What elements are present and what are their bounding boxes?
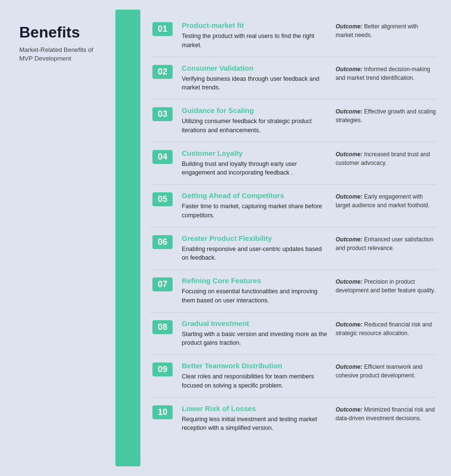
item-outcome: Outcome: Enhanced user satisfaction and … <box>336 234 437 252</box>
item-title: Product-market fit <box>182 21 329 29</box>
item-outcome: Outcome: Minimized financial risk and da… <box>336 404 437 423</box>
item-title: Customer Loyalty <box>182 149 329 157</box>
sidebar-title: Benefits <box>19 24 106 41</box>
item-number: 06 <box>150 234 175 249</box>
item-body: Greater Product FlexibilityEnabling resp… <box>175 234 336 263</box>
item-outcome: Outcome: Reduced financial risk and stra… <box>336 319 437 338</box>
item-body: Better Teamwork DistributionClear roles … <box>175 362 336 390</box>
item-title: Getting Ahead of Competitors <box>182 191 329 200</box>
benefits-list: 01Product-market fitTesting the product … <box>140 10 441 466</box>
item-number: 09 <box>150 362 175 376</box>
item-outcome: Outcome: Better alignment with market ne… <box>336 21 437 39</box>
item-number: 07 <box>150 276 175 291</box>
item-description: Starting with a basic version and invest… <box>182 330 329 348</box>
item-number: 01 <box>150 21 175 36</box>
item-body: Product-market fitTesting the product wi… <box>175 21 336 50</box>
list-item: 10Lower Risk of LossesRequiring less ini… <box>150 398 437 440</box>
item-outcome: Outcome: Effective growth and scaling st… <box>336 106 437 125</box>
item-title: Lower Risk of Losses <box>182 404 329 413</box>
green-divider <box>115 10 140 466</box>
item-description: Focusing on essential functionalities an… <box>182 287 329 305</box>
item-title: Greater Product Flexibility <box>182 234 329 242</box>
item-outcome: Outcome: Efficient teamwork and cohesive… <box>336 362 437 380</box>
list-item: 07Refining Core FeaturesFocusing on esse… <box>150 270 437 313</box>
list-item: 05Getting Ahead of CompetitorsFaster tim… <box>150 185 437 227</box>
item-description: Building trust and loyalty through early… <box>182 160 329 178</box>
item-description: Utilizing consumer feedback for strategi… <box>182 117 329 135</box>
item-body: Consumer ValidationVerifying business id… <box>175 64 336 93</box>
item-outcome: Outcome: Early engagement with target au… <box>336 191 437 210</box>
item-title: Guidance for Scaling <box>182 106 329 114</box>
item-body: Lower Risk of LossesRequiring less initi… <box>175 404 336 433</box>
item-description: Testing the product with real users to f… <box>182 32 329 50</box>
item-description: Verifying business ideas through user fe… <box>182 75 329 93</box>
item-title: Consumer Validation <box>182 64 329 72</box>
item-description: Clear roles and responsibilities for tea… <box>182 372 329 390</box>
main-container: Benefits Market-Related Benefits of MVP … <box>10 10 441 466</box>
list-item: 06Greater Product FlexibilityEnabling re… <box>150 227 437 270</box>
item-number: 05 <box>150 191 175 206</box>
item-number: 10 <box>150 404 175 419</box>
item-title: Better Teamwork Distribution <box>182 362 329 370</box>
item-number: 02 <box>150 64 175 79</box>
list-item: 03Guidance for ScalingUtilizing consumer… <box>150 100 437 142</box>
item-title: Gradual Investment <box>182 319 329 327</box>
item-number: 04 <box>150 149 175 164</box>
item-description: Enabling responsive and user-centric upd… <box>182 245 329 263</box>
item-body: Customer LoyaltyBuilding trust and loyal… <box>175 149 336 178</box>
list-item: 04Customer LoyaltyBuilding trust and loy… <box>150 142 437 185</box>
item-outcome: Outcome: Precision in product developmen… <box>336 276 437 295</box>
item-description: Requiring less initial investment and te… <box>182 415 329 433</box>
item-title: Refining Core Features <box>182 276 329 285</box>
item-outcome: Outcome: Informed decision-making and ma… <box>336 64 437 82</box>
item-body: Refining Core FeaturesFocusing on essent… <box>175 276 336 305</box>
list-item: 08Gradual InvestmentStarting with a basi… <box>150 313 437 355</box>
item-number: 03 <box>150 106 175 121</box>
item-description: Faster time to market, capturing market … <box>182 202 329 220</box>
item-body: Guidance for ScalingUtilizing consumer f… <box>175 106 336 135</box>
list-item: 01Product-market fitTesting the product … <box>150 14 437 57</box>
item-number: 08 <box>150 319 175 334</box>
item-body: Getting Ahead of CompetitorsFaster time … <box>175 191 336 220</box>
sidebar: Benefits Market-Related Benefits of MVP … <box>10 10 115 466</box>
item-body: Gradual InvestmentStarting with a basic … <box>175 319 336 348</box>
list-item: 09Better Teamwork DistributionClear role… <box>150 355 437 398</box>
item-outcome: Outcome: Increased brand trust and custo… <box>336 149 437 167</box>
list-item: 02Consumer ValidationVerifying business … <box>150 57 437 100</box>
sidebar-subtitle: Market-Related Benefits of MVP Developme… <box>19 46 106 63</box>
